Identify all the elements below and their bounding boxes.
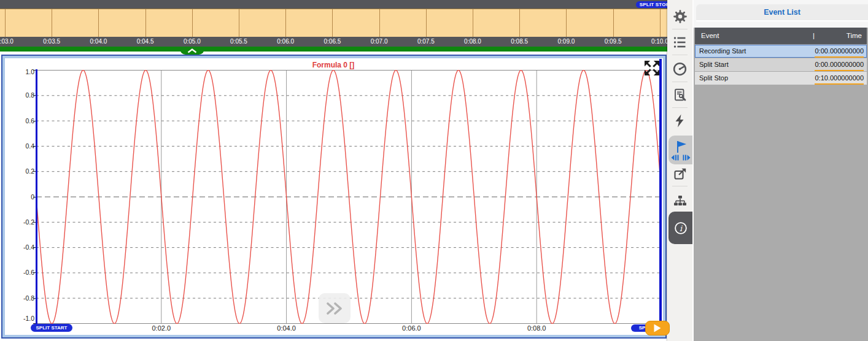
overview-collapse-handle[interactable] [180, 47, 204, 55]
overview-tick-line [98, 9, 99, 37]
y-axis-tick-label: -0.8 [9, 294, 34, 302]
overview-tick-label: 0:06.0 [267, 38, 304, 45]
trigger-button[interactable] [667, 109, 692, 133]
overview-tick-line [426, 9, 427, 37]
events-tab[interactable] [668, 136, 692, 164]
play-icon [654, 324, 661, 332]
time-cursor-end[interactable] [659, 59, 662, 334]
overview-top-bar: SPLIT STOP [0, 0, 667, 9]
overview-tick-line [192, 9, 193, 37]
event-step-markers-icon [671, 155, 691, 161]
overview-tick-line [332, 9, 333, 37]
toolbar-separator [672, 186, 688, 186]
report-button[interactable] [667, 83, 692, 107]
expand-widget-button[interactable] [642, 58, 662, 78]
y-axis-tick-label: 0.2 [9, 167, 34, 175]
y-axis-tick-label: -0.2 [9, 218, 34, 226]
chevron-up-icon [187, 48, 198, 53]
settings-button[interactable] [667, 4, 692, 29]
show-controls-button[interactable] [319, 293, 351, 323]
gauge-icon [672, 61, 688, 77]
y-axis-tick-label: -0.6 [9, 269, 34, 276]
overview-tick-line [519, 9, 520, 37]
overview-tick-line [145, 9, 146, 37]
y-axis-tick-label: -1.0 [9, 315, 34, 322]
event-table-header: Event | Time [695, 28, 867, 44]
x-axis-tick-label: 0:04.0 [271, 324, 302, 332]
overview-tick-label: 0:09.0 [548, 38, 584, 45]
column-divider[interactable]: | [813, 28, 815, 44]
overview-tick-line [52, 9, 52, 37]
y-axis-tick-label: 0.4 [9, 142, 34, 150]
overview-tick-line [660, 9, 661, 37]
column-header-event[interactable]: Event [701, 28, 719, 44]
toolbar-separator [672, 107, 688, 108]
event-row[interactable]: Recording Start 0:00.000000000 [695, 45, 867, 58]
double-chevron-right-icon [326, 302, 343, 315]
channel-list-button[interactable] [667, 30, 692, 55]
gear-icon [672, 9, 688, 25]
lightning-icon [673, 113, 688, 128]
overview-tick-label: 0:05.5 [220, 38, 257, 45]
export-button[interactable] [667, 162, 692, 186]
event-row[interactable]: Split Start 0:00.000000000 [695, 58, 867, 71]
event-name: Recording Start [699, 45, 746, 58]
svg-text:i: i [679, 223, 682, 232]
column-header-time[interactable]: Time [847, 28, 862, 44]
overview-tick-label: 0:04.5 [127, 38, 164, 45]
split-start-badge[interactable]: SPLIT START [31, 324, 72, 332]
expand-arrows-icon [642, 58, 662, 78]
overview-tick-label: 0:08.0 [454, 38, 491, 45]
overview-tick-line [5, 9, 6, 37]
y-axis-tick-label: 0.6 [9, 117, 34, 125]
overview-tick-label: 0:06.5 [314, 38, 351, 45]
y-axis-tick-label: 0.8 [9, 91, 34, 99]
y-axis-tick-label: -0.4 [9, 243, 34, 251]
play-split-button[interactable] [645, 321, 670, 335]
overview-tick-label: 0:03.5 [33, 38, 70, 45]
overview-tick-line [473, 9, 473, 37]
overview-tick-line [379, 9, 380, 37]
overview-tick-line [285, 9, 286, 37]
overview-range-bar[interactable] [0, 47, 667, 52]
signal-plot[interactable] [36, 70, 662, 324]
overview-tick-label: 0:05.0 [174, 38, 211, 45]
info-tab[interactable]: i [668, 212, 692, 244]
event-list-panel: Event List Event | Time Recording Start … [692, 0, 868, 341]
overview-tick-line [239, 9, 239, 37]
time-cursor-start[interactable] [36, 69, 38, 329]
overview-tick-label: 0:04.0 [80, 38, 117, 45]
report-document-icon [673, 88, 688, 102]
list-icon [673, 35, 688, 50]
event-table-body: Recording Start 0:00.000000000 Split Sta… [695, 45, 867, 85]
event-time: 0:00.000000000 [815, 45, 864, 58]
overview-time-scale: 0:03.00:03.50:04.00:04.50:05.00:05.50:06… [0, 37, 667, 47]
y-axis-tick-label: 0 [9, 193, 34, 201]
chart-title: Formula 0 [] [5, 61, 662, 69]
toolbar-separator [672, 29, 688, 29]
overview-tick-line [566, 9, 567, 37]
overview-tick-line [613, 9, 614, 37]
overview-tick-label: 0:10.0 [641, 38, 667, 45]
share-export-icon [673, 167, 688, 182]
overview-tick-label: 0:07.0 [361, 38, 398, 45]
network-button[interactable] [667, 188, 692, 213]
overview-waveform-band[interactable] [0, 9, 667, 37]
x-axis-tick-label: 0:08.0 [521, 324, 552, 332]
y-axis-tick-label: 1.0 [9, 68, 34, 75]
x-axis-tick-label: 0:02.0 [146, 324, 177, 332]
info-icon: i [673, 220, 689, 236]
measure-button[interactable] [667, 56, 692, 81]
event-list-title: Event List [696, 4, 868, 21]
overview-tick-label: 0:07.5 [408, 38, 444, 45]
event-time: 0:00.000000000 [815, 59, 864, 71]
event-time: 0:10.000000000 [815, 72, 864, 85]
event-row[interactable]: Split Stop 0:10.000000000 [695, 72, 867, 85]
overview-tick-label: 0:03.0 [0, 38, 23, 45]
overview-tick-label: 0:09.5 [595, 38, 632, 45]
toolbar-separator [672, 82, 688, 82]
toolbar-separator [672, 55, 688, 55]
right-toolbar: i [667, 0, 692, 341]
x-axis-tick-label: 0:06.0 [396, 324, 427, 332]
event-name: Split Start [699, 58, 729, 71]
